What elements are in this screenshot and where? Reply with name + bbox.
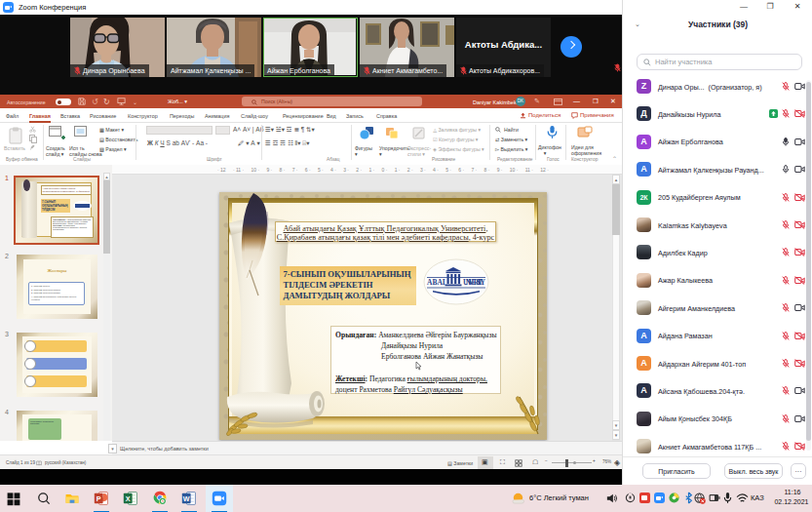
svg-text:X: X bbox=[126, 494, 131, 503]
svg-text:W: W bbox=[183, 494, 190, 503]
svg-text:ABAI: ABAI bbox=[427, 278, 445, 287]
svg-text:P: P bbox=[97, 494, 101, 503]
svg-text:UNIVERSITY: UNIVERSITY bbox=[463, 278, 486, 287]
